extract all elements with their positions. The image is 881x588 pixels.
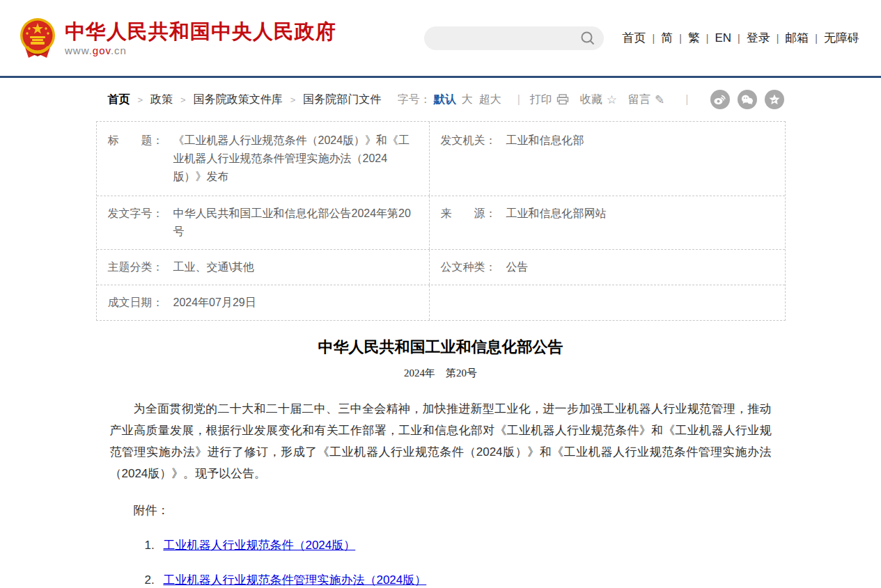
comment-button[interactable]: 留言 ✎ bbox=[628, 93, 664, 107]
share-icons bbox=[703, 90, 784, 109]
star-icon: ☆ bbox=[607, 93, 617, 107]
attachment-link-1[interactable]: 工业机器人行业规范条件（2024版） bbox=[163, 539, 355, 552]
favorite-label: 收藏 bbox=[580, 93, 602, 107]
search-box[interactable] bbox=[424, 26, 604, 50]
meta-doctype-cell: 公文种类： 公告 bbox=[429, 250, 785, 285]
nav-mail[interactable]: 邮箱 bbox=[779, 30, 815, 46]
meta-category-cell: 主题分类： 工业、交通\其他 bbox=[97, 250, 429, 285]
meta-title-label: 标 题： bbox=[108, 132, 164, 150]
nav-traditional[interactable]: 繁 bbox=[682, 30, 706, 46]
site-title: 中华人民共和国中央人民政府 bbox=[65, 20, 336, 42]
document-meta-table: 标 题： 《工业机器人行业规范条件（2024版）》和《工业机器人行业规范条件管理… bbox=[96, 121, 786, 321]
search-icon[interactable] bbox=[580, 31, 595, 46]
national-emblem-icon bbox=[19, 17, 56, 59]
article-toolbar: 字号： 默认 大 超大 | 打印 收藏 ☆ 留言 ✎ | bbox=[398, 90, 784, 109]
breadcrumb: 首页 > 政策 > 国务院政策文件库 > 国务院部门文件 bbox=[108, 93, 382, 107]
meta-row-category: 主题分类： 工业、交通\其他 公文种类： 公告 bbox=[97, 250, 785, 285]
breadcrumb-toolbar-row: 首页 > 政策 > 国务院政策文件库 > 国务院部门文件 字号： 默认 大 超大… bbox=[96, 90, 786, 109]
nav-accessibility[interactable]: 无障碍 bbox=[818, 30, 866, 46]
meta-date-label: 成文日期： bbox=[108, 294, 164, 312]
meta-docnumber-value: 中华人民共和国工业和信息化部公告2024年第20号 bbox=[173, 205, 421, 241]
favorite-button[interactable]: 收藏 ☆ bbox=[580, 93, 617, 107]
meta-category-value: 工业、交通\其他 bbox=[173, 258, 254, 276]
meta-date-cell: 成文日期： 2024年07月29日 bbox=[97, 285, 429, 320]
attachments-label: 附件： bbox=[110, 502, 772, 518]
attachment-number: 2. bbox=[145, 573, 155, 587]
print-label: 打印 bbox=[530, 93, 552, 107]
toolbar-divider: | bbox=[685, 93, 688, 106]
meta-title-cell: 标 题： 《工业机器人行业规范条件（2024版）》和《工业机器人行业规范条件管理… bbox=[97, 122, 429, 196]
meta-issuing-agency-cell: 发文机关： 工业和信息化部 bbox=[429, 122, 785, 196]
meta-docnumber-cell: 发文字号： 中华人民共和国工业和信息化部公告2024年第20号 bbox=[97, 196, 429, 249]
meta-category-label: 主题分类： bbox=[108, 258, 164, 276]
nav-login[interactable]: 登录 bbox=[740, 30, 777, 46]
site-header: 中华人民共和国中央人民政府 www.gov.cn 首页| 简| 繁| EN| 登… bbox=[0, 0, 881, 78]
qzone-share-icon[interactable] bbox=[765, 90, 784, 109]
meta-row-docnumber: 发文字号： 中华人民共和国工业和信息化部公告2024年第20号 来 源： 工业和… bbox=[97, 196, 785, 250]
breadcrumb-department-docs[interactable]: 国务院部门文件 bbox=[303, 93, 381, 107]
print-button[interactable]: 打印 bbox=[530, 93, 569, 107]
meta-source-value: 工业和信息化部网站 bbox=[506, 205, 607, 223]
nav-english[interactable]: EN bbox=[708, 31, 738, 45]
chevron-right-icon: > bbox=[130, 95, 151, 105]
site-url-prefix: www. bbox=[65, 45, 93, 56]
font-size-xlarge-button[interactable]: 超大 bbox=[479, 93, 501, 107]
meta-row-title: 标 题： 《工业机器人行业规范条件（2024版）》和《工业机器人行业规范条件管理… bbox=[97, 122, 785, 196]
meta-date-value: 2024年07月29日 bbox=[173, 294, 256, 312]
article-issue-number: 2024年 第20号 bbox=[110, 367, 772, 380]
breadcrumb-policy-library[interactable]: 国务院政策文件库 bbox=[194, 93, 283, 107]
toolbar-divider: | bbox=[517, 93, 520, 106]
site-url-suffix: .cn bbox=[111, 45, 127, 56]
pencil-icon: ✎ bbox=[655, 93, 664, 107]
printer-icon bbox=[556, 94, 569, 105]
wechat-share-icon[interactable] bbox=[738, 90, 757, 109]
breadcrumb-home[interactable]: 首页 bbox=[108, 93, 130, 107]
font-size-default-button[interactable]: 默认 bbox=[434, 93, 456, 107]
font-size-label: 字号： bbox=[398, 93, 431, 107]
attachment-number: 1. bbox=[145, 539, 155, 552]
search-input[interactable] bbox=[424, 26, 580, 50]
weibo-share-icon[interactable] bbox=[710, 90, 730, 109]
site-logo[interactable]: 中华人民共和国中央人民政府 www.gov.cn bbox=[19, 17, 336, 59]
breadcrumb-policy[interactable]: 政策 bbox=[150, 93, 173, 107]
article-body: 中华人民共和国工业和信息化部公告 2024年 第20号 为全面贯彻党的二十大和二… bbox=[96, 337, 786, 588]
attachment-item-2: 2. 工业机器人行业规范条件管理实施办法（2024版） bbox=[110, 572, 772, 588]
article-title: 中华人民共和国工业和信息化部公告 bbox=[110, 337, 772, 358]
meta-docnumber-label: 发文字号： bbox=[108, 205, 164, 223]
chevron-right-icon: > bbox=[283, 95, 304, 105]
meta-row-date: 成文日期： 2024年07月29日 bbox=[97, 285, 785, 320]
nav-simplified[interactable]: 简 bbox=[655, 30, 679, 46]
article-paragraph: 为全面贯彻党的二十大和二十届二中、三中全会精神，加快推进新型工业化，进一步加强工… bbox=[110, 398, 772, 484]
meta-empty-cell bbox=[429, 285, 785, 320]
meta-source-cell: 来 源： 工业和信息化部网站 bbox=[429, 196, 785, 249]
meta-source-label: 来 源： bbox=[441, 205, 497, 223]
site-url-gov: gov bbox=[93, 45, 111, 56]
chevron-right-icon: > bbox=[173, 95, 194, 105]
nav-home[interactable]: 首页 bbox=[616, 30, 653, 46]
meta-doctype-label: 公文种类： bbox=[441, 258, 497, 276]
meta-doctype-value: 公告 bbox=[506, 258, 529, 276]
meta-issuing-agency-label: 发文机关： bbox=[441, 132, 497, 150]
site-url: www.gov.cn bbox=[65, 45, 336, 56]
attachment-item-1: 1. 工业机器人行业规范条件（2024版） bbox=[110, 537, 772, 553]
meta-title-value: 《工业机器人行业规范条件（2024版）》和《工业机器人行业规范条件管理实施办法（… bbox=[173, 132, 421, 186]
attachment-link-2[interactable]: 工业机器人行业规范条件管理实施办法（2024版） bbox=[163, 573, 426, 587]
meta-issuing-agency-value: 工业和信息化部 bbox=[506, 132, 584, 150]
font-size-large-button[interactable]: 大 bbox=[462, 93, 473, 107]
comment-label: 留言 bbox=[628, 93, 650, 107]
top-nav: 首页| 简| 繁| EN| 登录| 邮箱| 无障碍 bbox=[616, 30, 866, 46]
